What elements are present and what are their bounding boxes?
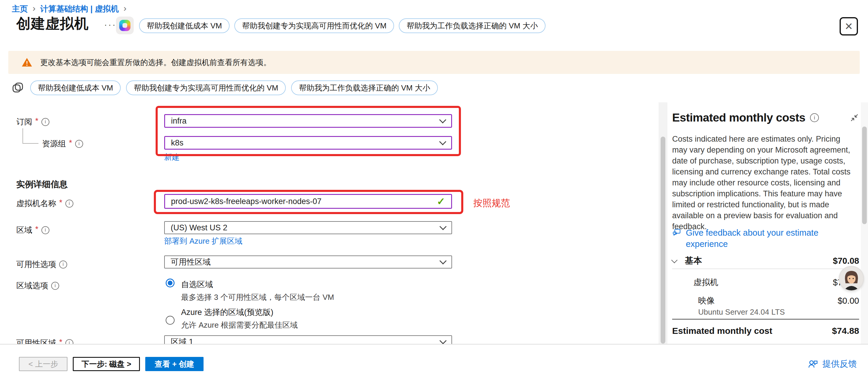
availability-options-dropdown[interactable]: 可用性区域 xyxy=(164,255,452,268)
info-icon[interactable]: i xyxy=(59,260,67,268)
radio-label[interactable]: Azure 选择的区域(预览版) xyxy=(181,307,273,318)
info-icon[interactable]: i xyxy=(41,226,50,234)
main-scrollbar-thumb[interactable] xyxy=(661,137,665,344)
tree-connector xyxy=(23,128,23,143)
suggestion-right-vm-size[interactable]: 帮助我为工作负载选择正确的 VM 大小 xyxy=(399,18,545,33)
required-asterisk: * xyxy=(35,225,38,234)
annotation-text: 按照规范 xyxy=(473,197,510,210)
close-icon: ✕ xyxy=(845,21,853,32)
bottom-bar: < 上一步 下一步: 磁盘 > 查看 + 创建 提供反馈 xyxy=(0,344,868,385)
divider xyxy=(672,319,859,320)
radio-azure-selected-zones[interactable] xyxy=(166,316,175,325)
subscription-label: 订阅 * i xyxy=(16,117,50,127)
region-dropdown[interactable]: (US) West US 2 xyxy=(164,221,452,234)
warning-icon xyxy=(21,57,33,67)
person-feedback-icon xyxy=(808,359,818,369)
warning-text: 更改基本选项可能会重置所做的选择。创建虚拟机前查看所有选项。 xyxy=(40,57,271,68)
suggestion-right-vm-size[interactable]: 帮助我为工作负载选择正确的 VM 大小 xyxy=(291,81,438,95)
chevron-right-icon: › xyxy=(124,3,127,13)
copilot-suggestions-inline: 帮助我创建低成本 VM 帮助我创建专为实现高可用性而优化的 VM 帮助我为工作负… xyxy=(11,81,438,95)
cost-item-row: 虚拟机 $70.08 xyxy=(672,277,859,288)
previous-button[interactable]: < 上一步 xyxy=(19,357,67,371)
radio-label[interactable]: 自选区域 xyxy=(181,279,213,290)
suggestion-high-availability-vm[interactable]: 帮助我创建专为实现高可用性而优化的 VM xyxy=(126,81,286,95)
copilot-outline-icon xyxy=(11,81,25,95)
suggestion-high-availability-vm[interactable]: 帮助我创建专为实现高可用性而优化的 VM xyxy=(234,18,394,33)
page-title: 创建虚拟机 xyxy=(16,14,89,33)
cost-panel-title: Estimated monthly costs xyxy=(672,111,805,124)
collapse-panel-icon[interactable] xyxy=(850,113,859,122)
cost-group-value: $70.08 xyxy=(833,256,859,266)
breadcrumb-home[interactable]: 主页 xyxy=(12,4,28,14)
chevron-down-icon xyxy=(439,116,446,123)
chevron-down-icon xyxy=(439,223,446,230)
resource-group-label: 资源组 * i xyxy=(42,138,83,149)
subscription-dropdown[interactable]: infra xyxy=(164,114,452,128)
main-scrollbar[interactable] xyxy=(658,102,668,344)
more-menu-button[interactable]: ··· xyxy=(104,20,117,30)
give-feedback-link[interactable]: 提供反馈 xyxy=(808,358,857,370)
divider xyxy=(672,268,859,269)
info-icon[interactable]: i xyxy=(65,200,73,207)
vm-name-label: 虚拟机名称 * i xyxy=(16,198,73,209)
vm-name-input[interactable]: prod-usw2-k8s-freeleaps-worker-nodes-07 … xyxy=(164,194,452,209)
cost-total-row: Estimated monthly cost $74.88 xyxy=(672,326,859,336)
feedback-bubbles-icon xyxy=(672,227,682,238)
chevron-down-icon xyxy=(671,257,678,263)
instance-details-heading: 实例详细信息 xyxy=(16,179,68,190)
chevron-right-icon: › xyxy=(33,3,35,13)
create-new-link[interactable]: 新建 xyxy=(164,152,180,162)
suggestion-low-cost-vm[interactable]: 帮助我创建低成本 VM xyxy=(139,18,229,33)
chevron-down-icon xyxy=(439,337,446,344)
cost-item-row: 映像 $0.00 xyxy=(672,295,859,306)
availability-options-label: 可用性选项 i xyxy=(16,259,67,270)
tree-connector xyxy=(23,143,38,144)
zone-options-label: 区域选项 i xyxy=(16,280,59,291)
copilot-button[interactable] xyxy=(116,17,134,34)
cost-panel-description: Costs indicated here are estimates only.… xyxy=(672,134,857,232)
info-icon[interactable]: i xyxy=(810,113,819,122)
cost-group-row[interactable]: 基本 $70.08 xyxy=(672,255,859,267)
suggestion-low-cost-vm[interactable]: 帮助我创建低成本 VM xyxy=(30,81,121,95)
chevron-down-icon xyxy=(439,138,446,145)
close-button[interactable]: ✕ xyxy=(840,17,858,35)
required-asterisk: * xyxy=(69,138,72,148)
radio-description: 最多选择 3 个可用性区域，每个区域一台 VM xyxy=(181,292,334,302)
resource-group-dropdown[interactable]: k8s xyxy=(164,136,452,150)
estimate-feedback-link[interactable]: Give feedback about your estimate experi… xyxy=(672,227,844,250)
radio-description: 允许 Azure 根据需要分配最佳区域 xyxy=(181,320,298,330)
cost-item-sublabel: Ubuntu Server 24.04 LTS xyxy=(698,308,785,317)
radio-self-selected-zones[interactable] xyxy=(166,279,175,287)
required-asterisk: * xyxy=(35,117,38,126)
required-asterisk: * xyxy=(59,198,62,207)
panel-scrollbar[interactable] xyxy=(861,102,868,344)
panel-scrollbar-thumb[interactable] xyxy=(862,127,867,224)
avatar[interactable] xyxy=(840,267,863,290)
info-icon[interactable]: i xyxy=(75,140,83,148)
copilot-suggestions-header: 帮助我创建低成本 VM 帮助我创建专为实现高可用性而优化的 VM 帮助我为工作负… xyxy=(139,18,546,33)
info-icon[interactable]: i xyxy=(41,118,50,126)
chevron-down-icon xyxy=(439,257,446,264)
region-label: 区域 * i xyxy=(16,225,50,235)
breadcrumb-vm[interactable]: 计算基础结构 | 虚拟机 xyxy=(40,4,119,14)
breadcrumb: 主页 › 计算基础结构 | 虚拟机 › xyxy=(12,4,127,14)
cost-total-value: $74.88 xyxy=(832,326,859,336)
info-icon[interactable]: i xyxy=(51,282,59,290)
next-disks-button[interactable]: 下一步: 磁盘 > xyxy=(73,357,140,371)
extended-zones-link[interactable]: 部署到 Azure 扩展区域 xyxy=(164,236,242,246)
valid-check-icon: ✓ xyxy=(437,195,445,207)
cost-item-value: $0.00 xyxy=(838,296,859,306)
review-create-button[interactable]: 查看 + 创建 xyxy=(145,357,204,371)
warning-banner: 更改基本选项可能会重置所做的选择。创建虚拟机前查看所有选项。 xyxy=(8,51,860,74)
copilot-icon xyxy=(119,20,130,31)
